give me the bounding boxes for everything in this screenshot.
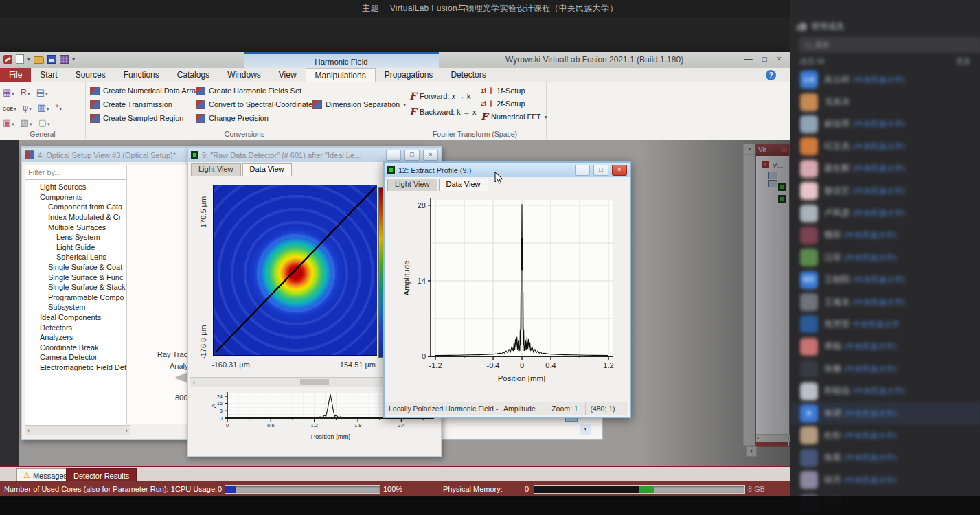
general-tool-icon[interactable]: ▨▾	[21, 116, 32, 128]
minimize-button[interactable]: —	[744, 55, 753, 63]
tab-detector-results[interactable]: Detector Results	[66, 468, 137, 482]
new-document-dropdown-icon[interactable]: ▾	[27, 56, 30, 62]
tab-file[interactable]: File	[0, 68, 31, 82]
participant-row[interactable]: 汪琛 (中央民族大学) 静音	[790, 247, 980, 268]
general-tool-icon[interactable]: ▤▾	[36, 86, 48, 98]
ribbon-tab[interactable]: Windows	[218, 68, 270, 82]
minimize-button[interactable]: —	[386, 150, 401, 161]
tab-data-view[interactable]: Data View	[242, 163, 292, 176]
detector-colormap[interactable]	[213, 185, 377, 356]
close-button[interactable]: ×	[777, 55, 782, 63]
tree-item[interactable]: + Index Modulated & Cr	[34, 212, 126, 222]
ribbon-tab[interactable]: Detectors	[442, 68, 494, 82]
ribbon-tab[interactable]: Sources	[67, 68, 115, 82]
general-tool-icon[interactable]: ▥▾	[38, 101, 49, 113]
tab-light-view[interactable]: Light View	[191, 163, 241, 176]
tab-light-view[interactable]: Light View	[387, 179, 437, 191]
tree-item[interactable]: Spherical Lens	[42, 252, 126, 262]
scroll-left-icon[interactable]: ‹	[757, 435, 760, 442]
fourier-transform-button[interactable]: FBackward: k → x	[409, 106, 476, 117]
ribbon-tab[interactable]: Start	[31, 68, 66, 82]
tree-item[interactable]: + Single Surface & Stack	[34, 282, 126, 293]
ribbon-button[interactable]: Convert to Spectral Coordinates	[196, 99, 317, 110]
open-icon[interactable]	[34, 56, 44, 64]
ribbon-tab[interactable]: Catalogs	[168, 68, 218, 82]
document-node-icon[interactable]	[768, 180, 777, 187]
participant-row[interactable]: 纪文杰 (中央民族大学) 静音	[790, 135, 980, 157]
tree-item[interactable]: Coordinate Break	[25, 343, 126, 353]
participant-row[interactable]: 王海龙 (中央民族大学) 静音	[790, 291, 980, 313]
participant-row[interactable]: 张薇 (中央民族大学) 静音	[790, 358, 980, 380]
scroll-right-icon[interactable]: ›	[126, 427, 128, 434]
minimize-button[interactable]: —	[575, 165, 590, 176]
ribbon-tab[interactable]: Functions	[115, 68, 168, 82]
close-button[interactable]: ×	[423, 150, 438, 161]
tree-item[interactable]: - Multiple Surfaces	[34, 222, 126, 232]
close-button[interactable]: ×	[612, 165, 627, 176]
general-tool-icon[interactable]: ▦▾	[3, 86, 14, 98]
detector-node-icon[interactable]	[778, 195, 786, 203]
participant-row[interactable]: 聂生辉 (中央民族大学) 静音	[790, 158, 980, 180]
tree-item[interactable]: + Ideal Components	[25, 312, 126, 323]
scroll-up-icon[interactable]: ▴	[744, 144, 755, 154]
context-tab-harmonic-field[interactable]: Harmonic Field	[244, 52, 439, 70]
participant-row[interactable]: 戈东冰 静音	[790, 91, 980, 113]
tree-hscrollbar[interactable]: ‹ ›	[25, 425, 130, 435]
participant-row[interactable]: 云校 高云祥 (中央民族大学) 静音	[790, 69, 980, 91]
tree-item[interactable]: Electromagnetic Field Det	[25, 363, 126, 373]
participant-row[interactable]: 郝佳琪 (中央民族大学) 静音	[790, 113, 980, 135]
participant-row[interactable]: 徐晨 (中央民族大学) 静音	[790, 447, 980, 469]
scroll-down-icon[interactable]: ▾	[580, 424, 591, 435]
scrollbar-thumb[interactable]	[300, 379, 329, 385]
tree-item[interactable]: + Detectors	[25, 322, 126, 332]
qat-customize-icon[interactable]: ▾	[72, 56, 75, 62]
participant-row[interactable]: 胡月 (中央民族大学) 静音	[790, 469, 980, 491]
search-input[interactable]: 搜索	[799, 37, 980, 52]
participant-row[interactable]: 杜彤 (中央民族大学) 静音	[790, 424, 980, 446]
participant-row[interactable]: 黎仪艺 (中央民族大学) 静音	[790, 180, 980, 202]
document-node-icon[interactable]	[768, 172, 777, 179]
participant-row[interactable]: 危芳莹 中央民族大学 静音	[790, 313, 980, 335]
extract-profile-titlebar[interactable]: 12: Extract Profile (9:) — □ ×	[385, 163, 630, 177]
calculator-icon[interactable]	[60, 55, 69, 64]
tree-item[interactable]: Light Guide	[42, 242, 126, 253]
ribbon-tab[interactable]: View	[270, 68, 306, 82]
tree-item[interactable]: + Light Sources	[25, 182, 126, 192]
ribbon-tab[interactable]: Manipulations	[306, 68, 376, 82]
ribbon-button[interactable]: Create Sampled Region	[90, 113, 200, 124]
ribbon-button[interactable]: Create Numerical Data Array	[90, 85, 200, 96]
fft-setup-button[interactable]: 2f2f-Setup	[481, 98, 547, 109]
help-icon[interactable]: ?	[766, 70, 776, 80]
close-icon[interactable]	[782, 148, 787, 152]
raw-data-titlebar[interactable]: 9: "Raw Data Detector" (# 601) after "Id…	[188, 148, 441, 162]
participant-row[interactable]: 朝阳 王朝阳 (中央民族大学) 静音	[790, 269, 980, 291]
scroll-right-icon[interactable]: ›	[787, 435, 789, 442]
tree-item[interactable]: + Single Surface & Coat	[34, 262, 126, 273]
tree-item[interactable]: Camera Detector	[25, 352, 126, 363]
tab-data-view[interactable]: Data View	[439, 179, 488, 191]
ribbon-button[interactable]: Change Precision	[196, 113, 317, 124]
numerical-fft-button[interactable]: F Numerical FFT▾	[481, 111, 547, 122]
save-icon[interactable]	[47, 55, 56, 64]
vertical-scrollbar[interactable]: ▴	[743, 144, 756, 446]
participant-row[interactable]: 幸福 (中央民族大学) 静音	[790, 336, 980, 358]
explorer-hscrollbar[interactable]: ‹ ›	[756, 434, 790, 442]
tree-item[interactable]: Lens System	[42, 232, 126, 242]
general-tool-icon[interactable]: φ▾	[23, 101, 32, 113]
explorer-titlebar[interactable]: Vir...	[756, 144, 789, 156]
maximize-button[interactable]: □	[404, 150, 420, 161]
ribbon-tab[interactable]: Propagations	[376, 68, 442, 82]
participant-row[interactable]: 朱 朱珺 (中央民族大学) 静音	[790, 402, 980, 424]
scroll-down-icon[interactable]: ▾	[746, 446, 757, 457]
detector-node-icon[interactable]	[778, 183, 786, 191]
new-document-icon[interactable]	[16, 54, 24, 64]
fft-setup-button[interactable]: 1f1f-Setup	[481, 85, 547, 96]
maximize-button[interactable]: □	[762, 55, 767, 63]
participant-row[interactable]: 郑聪远 (中央民族大学) 静音	[790, 380, 980, 402]
maximize-button[interactable]: □	[593, 165, 608, 176]
tree-item[interactable]: + Single Surface & Func	[34, 272, 126, 282]
scroll-left-icon[interactable]: ‹	[190, 379, 198, 386]
tree-item[interactable]: Subsystem	[34, 302, 126, 312]
more-link[interactable]: 更多	[956, 56, 971, 67]
filter-input[interactable]: Filter by... ×	[25, 165, 133, 179]
